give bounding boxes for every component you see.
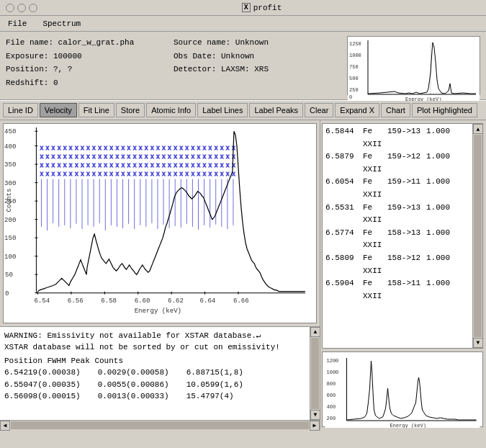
svg-text:300: 300 <box>4 179 16 187</box>
svg-text:x: x <box>203 145 207 151</box>
svg-text:x: x <box>145 171 148 177</box>
svg-text:x: x <box>156 171 160 177</box>
mini-chart-top: 1250 1000 750 500 250 0 Energy (keV) <box>347 36 480 95</box>
svg-text:x: x <box>162 162 166 169</box>
svg-text:x: x <box>109 171 113 177</box>
line-list-scrollbar: ▲ ▼ <box>472 124 482 348</box>
close-button[interactable] <box>6 4 14 12</box>
svg-text:6.62: 6.62 <box>168 297 184 305</box>
svg-text:x: x <box>220 153 224 160</box>
content-area: 0 50 100 150 200 250 300 350 400 450 <box>0 120 486 430</box>
plot-highlighted-button[interactable]: Plot Highlighted <box>412 103 477 117</box>
svg-text:x: x <box>81 162 84 169</box>
line-id-button[interactable]: Line ID <box>3 103 38 117</box>
svg-text:x: x <box>191 162 194 169</box>
scroll-thumb-h[interactable] <box>11 421 309 429</box>
svg-text:500: 500 <box>349 76 359 81</box>
svg-text:x: x <box>145 153 148 160</box>
svg-text:x: x <box>150 145 154 151</box>
line-list-row-3: 6.5531 Fe XXII 159->13 1.000 <box>325 202 480 227</box>
line-list-scroll-thumb[interactable] <box>474 135 482 337</box>
svg-rect-0 <box>348 37 480 101</box>
svg-text:x: x <box>122 171 125 177</box>
svg-text:x: x <box>127 145 131 151</box>
source-name: Source name: Unknown <box>174 36 341 50</box>
right-panel: 6.5844 Fe XXII 159->13 1.000 6.5879 Fe X… <box>320 120 486 430</box>
minimize-button[interactable] <box>17 4 26 12</box>
svg-text:x: x <box>191 153 194 160</box>
svg-text:x: x <box>109 145 113 151</box>
svg-text:x: x <box>92 145 96 151</box>
log-row-2: 6.55047(0.00035) 0.0055(0.00086) 10.0599… <box>4 379 305 391</box>
fit-line-button[interactable]: Fit Line <box>78 103 114 117</box>
scroll-left-arrow[interactable]: ◀ <box>0 421 10 431</box>
svg-text:x: x <box>226 171 230 177</box>
redshift: Redshift: 0 <box>6 76 174 90</box>
svg-text:6.64: 6.64 <box>200 297 216 305</box>
svg-text:200: 200 <box>4 216 16 224</box>
svg-text:x: x <box>81 145 84 151</box>
line-list-row-4: 6.5774 Fe XXII 158->13 1.000 <box>325 227 480 252</box>
svg-text:x: x <box>58 162 61 169</box>
detector: Detector: LAXSM: XRS <box>174 63 341 76</box>
menu-spectrum[interactable]: Spectrum <box>37 18 86 30</box>
exposure: Exposure: 100000 <box>6 50 174 63</box>
svg-text:x: x <box>156 145 160 151</box>
svg-text:750: 750 <box>349 64 359 70</box>
log-row-3: 6.56098(0.00015) 0.0013(0.00033) 15.4797… <box>4 390 305 403</box>
svg-text:x: x <box>46 171 50 177</box>
svg-text:6.66: 6.66 <box>233 297 249 305</box>
svg-text:x: x <box>209 171 212 177</box>
scroll-up-arrow[interactable]: ▲ <box>310 327 320 337</box>
svg-text:x: x <box>209 162 212 169</box>
svg-text:x: x <box>191 171 194 177</box>
scroll-right-arrow[interactable]: ▶ <box>310 421 320 431</box>
svg-text:x: x <box>40 162 43 169</box>
svg-text:x: x <box>162 145 166 151</box>
svg-text:x: x <box>174 145 177 151</box>
label-peaks-button[interactable]: Label Peaks <box>249 103 303 117</box>
scroll-thumb-v[interactable] <box>311 338 319 409</box>
atomic-info-button[interactable]: Atomic Info <box>146 103 196 117</box>
store-button[interactable]: Store <box>116 103 145 117</box>
window-controls <box>6 4 37 12</box>
toolbar: Line ID Velocity Fit Line Store Atomic I… <box>0 100 486 120</box>
svg-text:x: x <box>197 171 200 177</box>
menu-bar: File Spectrum <box>0 16 486 32</box>
svg-text:x: x <box>115 171 119 177</box>
svg-text:x: x <box>115 162 119 169</box>
chart-button[interactable]: Chart <box>381 103 410 117</box>
line-list-scroll-down[interactable]: ▼ <box>473 338 483 348</box>
svg-text:x: x <box>174 162 177 169</box>
log-scrollbar-v[interactable]: ▲ ▼ <box>310 327 320 420</box>
svg-text:50: 50 <box>5 271 13 279</box>
clear-button[interactable]: Clear <box>305 103 333 117</box>
svg-text:x: x <box>209 145 212 151</box>
scroll-down-arrow[interactable]: ▼ <box>310 410 320 420</box>
svg-text:x: x <box>69 171 73 177</box>
line-list-scroll-up[interactable]: ▲ <box>473 124 483 134</box>
svg-text:x: x <box>63 162 67 169</box>
svg-text:6.60: 6.60 <box>135 297 150 305</box>
svg-text:0: 0 <box>349 94 352 100</box>
expand-x-button[interactable]: Expand X <box>335 103 379 117</box>
info-left: File name: calor_w_grat.pha Exposure: 10… <box>6 36 174 95</box>
svg-text:x: x <box>127 171 131 177</box>
svg-text:x: x <box>156 162 160 169</box>
menu-file[interactable]: File <box>3 18 32 30</box>
svg-text:x: x <box>75 171 78 177</box>
x-icon: X <box>242 3 251 12</box>
maximize-button[interactable] <box>29 4 37 12</box>
svg-text:x: x <box>185 153 189 160</box>
line-list-row-5: 6.5809 Fe XXII 158->12 1.000 <box>325 252 480 277</box>
svg-text:x: x <box>185 171 189 177</box>
svg-text:x: x <box>98 171 102 177</box>
svg-text:x: x <box>203 153 207 160</box>
svg-rect-220 <box>325 352 480 428</box>
svg-text:x: x <box>75 162 78 169</box>
velocity-button[interactable]: Velocity <box>40 103 77 117</box>
label-lines-button[interactable]: Label Lines <box>197 103 248 117</box>
svg-text:x: x <box>226 162 230 169</box>
svg-text:Counts: Counts <box>5 188 13 212</box>
svg-text:x: x <box>46 153 50 160</box>
